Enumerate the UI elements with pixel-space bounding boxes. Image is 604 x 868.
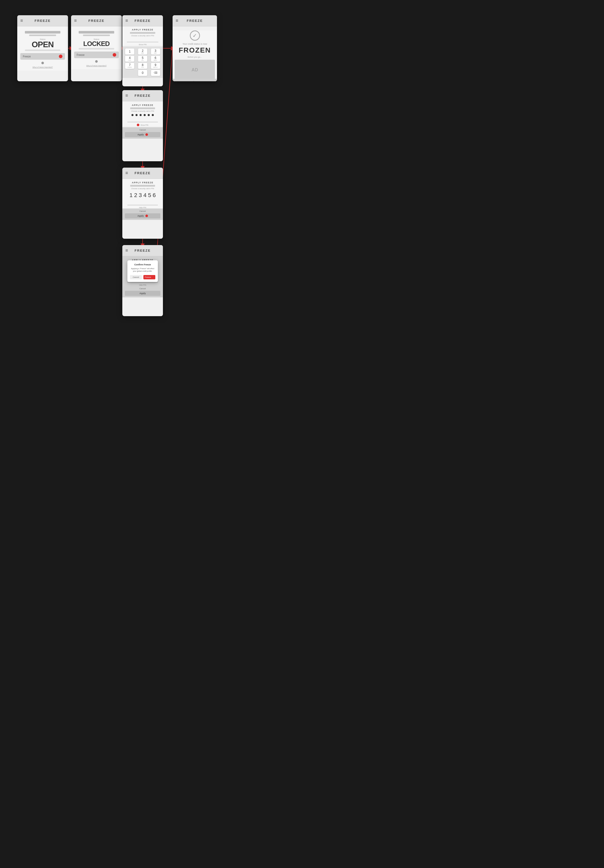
menu-icon-4[interactable]: ≡ [176, 18, 178, 23]
menu-icon-3[interactable]: ≡ [125, 18, 128, 23]
key-1[interactable]: 1 [125, 48, 134, 54]
apply-freeze-title-6: APPLY FREEZE [125, 181, 161, 184]
choose-pin-label-3: Choose a security call-in PIN [124, 35, 161, 37]
key-3[interactable]: 3DEF [151, 48, 160, 54]
screen5-title: FREEZE [134, 94, 150, 98]
choose-pin-label-6: Choose a security call-in PIN [125, 188, 161, 189]
screen6-apply[interactable]: Apply [125, 213, 161, 219]
screen2-header: ≡ FREEZE [71, 15, 122, 26]
key-7[interactable]: 7PQRS [125, 63, 134, 69]
credit-freeze-subbar-1 [29, 34, 56, 36]
screen3-title: FREEZE [134, 19, 150, 23]
close-button[interactable]: Close [173, 79, 217, 81]
pin-placeholder-5 [130, 107, 155, 109]
pin-char-5: 5 [148, 192, 151, 198]
screen5-cancel[interactable]: Cancel [125, 129, 161, 131]
apply-freeze-title-3: APPLY FREEZE [124, 28, 161, 31]
screen4-header: ≡ FREEZE [173, 15, 217, 26]
screen2-title: FREEZE [88, 19, 104, 23]
why-link-2[interactable]: Why is Freeze Important? [74, 65, 119, 67]
freeze-button-row-2[interactable]: Freeze [74, 51, 119, 58]
credit-freeze-bar-2 [79, 31, 114, 34]
confirm-cancel-button[interactable]: Cancel [130, 275, 142, 279]
pin-input-6[interactable] [127, 201, 158, 205]
pin-dot-3 [140, 114, 142, 116]
show-pin-label-3[interactable]: Show PIN [124, 44, 161, 45]
key-6[interactable]: 6MNO [151, 56, 160, 62]
screen-open: ≡ FREEZE Status OPEN Freeze Why is Freez… [17, 15, 68, 81]
pin-dot-5 [148, 114, 150, 116]
screen6-cancel[interactable]: Cancel [125, 210, 161, 212]
credit-freeze-subbar-2 [83, 34, 110, 36]
toggle-knob-2[interactable] [95, 60, 98, 63]
apply-freeze-title-5: APPLY FREEZE [125, 104, 161, 106]
screen1-header: ≡ FREEZE [17, 15, 68, 26]
keypad-row-3: 7PQRS 8TUV 9WXYZ [124, 63, 162, 69]
why-link-1[interactable]: Why is Freeze Important? [20, 66, 65, 68]
screen7-title: FREEZE [134, 249, 150, 253]
screen4-title: FREEZE [187, 19, 203, 23]
key-5[interactable]: 5JKL [138, 56, 147, 62]
pin-char-1: 1 [130, 192, 133, 198]
before-you-go: Before you go... [173, 56, 217, 58]
key-4[interactable]: 4GHI [125, 56, 134, 62]
menu-icon-1[interactable]: ≡ [20, 18, 23, 23]
key-9[interactable]: 9WXYZ [151, 63, 160, 69]
pin-placeholder-3 [130, 32, 156, 34]
screen7-cancel[interactable]: Cancel [125, 287, 161, 290]
toggle-knob-1[interactable] [42, 62, 44, 64]
confirm-body: Applying a "Freeze" will effect your glo… [130, 267, 155, 273]
key-2[interactable]: 2ABC [138, 48, 147, 54]
confirm-buttons: Cancel Freeze [130, 275, 155, 279]
credit-freeze-bar-1 [25, 31, 61, 34]
pin-dots-5 [125, 114, 161, 116]
hide-pin-label-6[interactable]: Hide PIN [125, 207, 161, 208]
screen5-apply[interactable]: Apply [125, 132, 161, 137]
show-pin-label-5[interactable]: Show PIN [141, 124, 148, 126]
apply-label-6: Apply [137, 215, 144, 217]
frozen-big-text: FROZEN [173, 46, 217, 54]
key-0[interactable]: 0 [138, 70, 147, 76]
keypad-3: 1 2ABC 3DEF 4GHI 5JKL 6MNO 7PQRS 8TUV 9W… [124, 48, 162, 76]
confirm-freeze-button[interactable]: Freeze [144, 275, 155, 279]
show-pin-row-5: Show PIN [125, 124, 161, 126]
pin-char-2: 2 [134, 192, 137, 198]
screen-apply-freeze-dots: ≡ FREEZE APPLY FREEZE Choose a security … [122, 90, 163, 161]
screen1-title: FREEZE [34, 19, 51, 23]
pin-char-3: 3 [139, 192, 142, 198]
frozen-label: Your credit status is now [173, 43, 217, 45]
pin-char-6: 6 [153, 192, 156, 198]
confirm-freeze-dot [152, 276, 154, 278]
screen-frozen: ≡ FREEZE ✓ Your credit status is now FRO… [173, 15, 217, 81]
choose-pin-label-5: Choose a security call-in PIN [125, 110, 161, 112]
screen5-header: ≡ FREEZE [122, 90, 163, 101]
freeze-red-dot-2[interactable] [113, 53, 116, 57]
screen6-title: FREEZE [134, 171, 150, 175]
key-backspace[interactable]: ⌫ [151, 70, 160, 76]
screen7-footer: Cancel Apply [122, 286, 163, 298]
show-pin-dot-5[interactable] [137, 124, 139, 126]
confirm-title: Confirm Freeze [130, 264, 155, 266]
status-value-1: OPEN [20, 40, 65, 48]
menu-icon-7[interactable]: ≡ [125, 248, 128, 253]
apply-label-5: Apply [137, 133, 144, 136]
apply-dot-6 [145, 215, 148, 217]
keypad-row-2: 4GHI 5JKL 6MNO [124, 56, 162, 62]
ad-text: AD [192, 67, 198, 73]
confirm-freeze-label: Freeze [145, 276, 151, 278]
confirm-overlay: Confirm Freeze Applying a "Freeze" will … [122, 256, 163, 286]
screen7-apply[interactable]: Apply [125, 291, 161, 296]
screen-locked: ≡ FREEZE Status LOCKED Freeze Why is Fre… [71, 15, 122, 81]
menu-icon-6[interactable]: ≡ [125, 170, 128, 176]
screen6-header: ≡ FREEZE [122, 167, 163, 179]
freeze-button-row-1[interactable]: Freeze [20, 53, 65, 60]
pin-input-3[interactable] [127, 38, 158, 42]
key-8[interactable]: 8TUV [138, 63, 147, 69]
status-bar-2 [79, 48, 114, 50]
menu-icon-5[interactable]: ≡ [125, 93, 128, 98]
pin-input-5[interactable] [127, 118, 158, 122]
menu-icon-2[interactable]: ≡ [74, 18, 77, 23]
key-empty [125, 70, 134, 76]
confirm-dialog: Confirm Freeze Applying a "Freeze" will … [127, 260, 158, 282]
freeze-red-dot-1[interactable] [59, 54, 62, 58]
